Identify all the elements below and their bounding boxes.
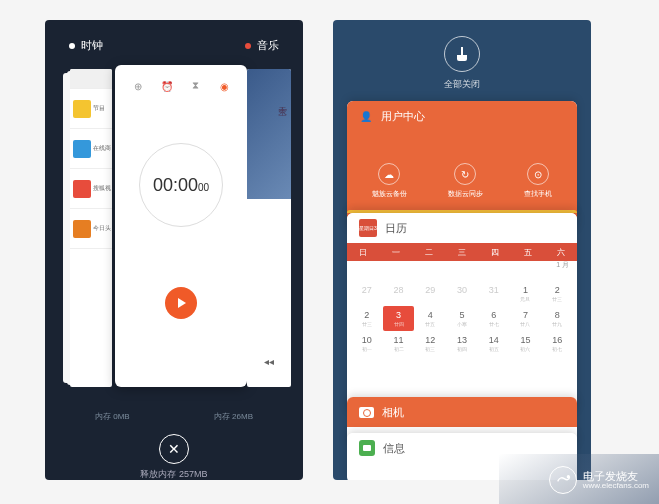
calendar-day[interactable]: 5小寒 xyxy=(446,306,478,331)
user-action-sync[interactable]: ↻ 数据云同步 xyxy=(448,163,483,199)
browser-card[interactable]: 节目 在线商 搜狐视 今日头 xyxy=(70,69,112,387)
alarm-icon[interactable]: ⏰ xyxy=(160,79,174,93)
calendar-day[interactable]: 7廿八 xyxy=(510,306,542,331)
calendar-day[interactable]: 6廿七 xyxy=(478,306,510,331)
tab-dot-icon xyxy=(245,43,251,49)
calendar-icon: 星期日3 xyxy=(359,219,377,237)
music-card[interactable]: 天空 ◂◂ xyxy=(247,69,291,387)
release-memory-label: 释放内存 257MB xyxy=(45,468,303,480)
calendar-day[interactable]: 12初三 xyxy=(414,331,446,356)
tab-clock-label: 时钟 xyxy=(81,38,103,53)
card-header: 👤 用户中心 xyxy=(347,101,577,131)
close-icon: ✕ xyxy=(168,441,180,457)
watermark-logo-icon xyxy=(549,466,577,494)
calendar-day[interactable]: 14初五 xyxy=(478,331,510,356)
calendar-day[interactable]: 1元旦 xyxy=(510,281,542,306)
broom-icon xyxy=(455,47,469,61)
app-icon xyxy=(73,140,91,158)
play-button[interactable] xyxy=(165,287,197,319)
list-item xyxy=(70,69,112,89)
tab-clock[interactable]: 时钟 xyxy=(69,38,103,53)
locate-icon: ⊙ xyxy=(527,163,549,185)
calendar-day[interactable]: 31 xyxy=(478,281,510,306)
watermark-brand: 电子发烧友 xyxy=(583,470,649,482)
timer-dial[interactable]: 00:0000 xyxy=(139,143,223,227)
user-icon: 👤 xyxy=(359,109,373,123)
globe-icon[interactable]: ⊕ xyxy=(131,79,145,93)
user-action-backup[interactable]: ☁ 魅族云备份 xyxy=(372,163,407,199)
svg-point-0 xyxy=(567,476,569,478)
tab-music-label: 音乐 xyxy=(257,38,279,53)
stopwatch-icon[interactable]: ⧗ xyxy=(189,79,203,93)
camera-title: 相机 xyxy=(382,405,404,420)
clock-card[interactable]: ⊕ ⏰ ⧗ ◉ 00:0000 xyxy=(115,65,247,387)
calendar-day[interactable]: 3廿四 xyxy=(383,306,415,331)
user-center-title: 用户中心 xyxy=(381,109,425,124)
app-icon xyxy=(73,180,91,198)
calendar-card[interactable]: 星期日3 日历 日一二三四五六 1 月 27282930311元旦2廿三2廿三3… xyxy=(347,213,577,413)
timer-display: 00:0000 xyxy=(115,143,247,319)
card-stack[interactable]: 👤 用户中心 ☁ 魅族云备份 ↻ 数据云同步 ⊙ 查找手机 xyxy=(347,101,577,480)
message-icon xyxy=(359,440,375,456)
calendar-day[interactable]: 30 xyxy=(446,281,478,306)
clean-all-label: 全部关闭 xyxy=(333,78,591,91)
calendar-day[interactable]: 2廿三 xyxy=(541,281,573,306)
app-icon xyxy=(73,100,91,118)
month-label: 1 月 xyxy=(556,261,569,269)
calendar-day[interactable]: 13初四 xyxy=(446,331,478,356)
memory-left: 内存 0MB xyxy=(95,411,130,422)
memory-labels: 内存 0MB 内存 26MB xyxy=(45,411,303,422)
calendar-day[interactable]: 4廿五 xyxy=(414,306,446,331)
calendar-day[interactable]: 11初二 xyxy=(383,331,415,356)
user-action-find[interactable]: ⊙ 查找手机 xyxy=(524,163,552,199)
cards-carousel[interactable]: 节目 在线商 搜狐视 今日头 ⊕ ⏰ ⧗ ◉ 00:0000 xyxy=(45,65,303,405)
weekday-row: 日一二三四五六 xyxy=(347,243,577,261)
messages-title: 信息 xyxy=(383,441,405,456)
tab-music[interactable]: 音乐 xyxy=(245,38,279,53)
clock-mode-tabs: ⊕ ⏰ ⧗ ◉ xyxy=(115,65,247,103)
calendar-grid[interactable]: 27282930311元旦2廿三2廿三3廿四4廿五5小寒6廿七7廿八8廿九10初… xyxy=(347,261,577,356)
watermark-url: www.elecfans.com xyxy=(583,482,649,491)
calendar-day[interactable]: 8廿九 xyxy=(541,306,573,331)
calendar-day[interactable]: 16初七 xyxy=(541,331,573,356)
sync-icon: ↻ xyxy=(454,163,476,185)
calendar-day[interactable]: 29 xyxy=(414,281,446,306)
calendar-day[interactable]: 2廿三 xyxy=(351,306,383,331)
calendar-title: 日历 xyxy=(385,221,407,236)
cloud-icon: ☁ xyxy=(378,163,400,185)
play-icon xyxy=(178,298,186,308)
album-art: 天空 xyxy=(247,69,291,199)
card-header: 相机 xyxy=(347,397,577,427)
clean-all-button[interactable] xyxy=(444,36,480,72)
calendar-day[interactable]: 27 xyxy=(351,281,383,306)
camera-icon xyxy=(359,407,374,418)
card-header: 星期日3 日历 xyxy=(347,213,577,243)
close-all-button[interactable]: ✕ xyxy=(159,434,189,464)
recents-dark-phone: 时钟 音乐 节目 在线商 搜狐视 今日头 ⊕ ⏰ ⧗ xyxy=(45,20,303,480)
timer-icon[interactable]: ◉ xyxy=(218,79,232,93)
watermark: 电子发烧友 www.elecfans.com xyxy=(549,466,649,494)
app-tabs-row: 时钟 音乐 xyxy=(45,20,303,61)
recents-light-phone: 全部关闭 👤 用户中心 ☁ 魅族云备份 ↻ 数据云同步 xyxy=(333,20,591,480)
calendar-day[interactable]: 28 xyxy=(383,281,415,306)
calendar-day[interactable]: 15初六 xyxy=(510,331,542,356)
prev-icon[interactable]: ◂◂ xyxy=(247,356,291,367)
memory-right: 内存 26MB xyxy=(214,411,253,422)
tab-dot-icon xyxy=(69,43,75,49)
app-icon xyxy=(73,220,91,238)
calendar-day[interactable]: 10初一 xyxy=(351,331,383,356)
